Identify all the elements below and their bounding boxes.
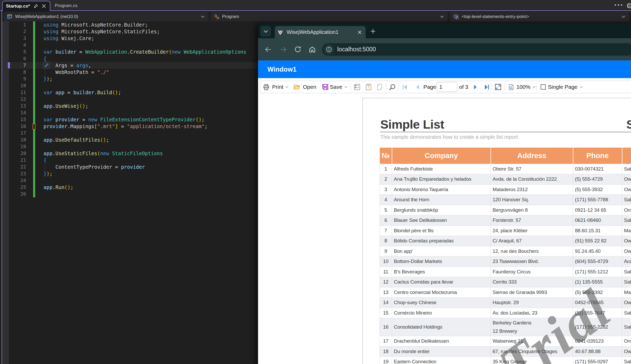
save-button[interactable]: Save [322,84,348,90]
next-page-button[interactable] [472,84,478,90]
code-line[interactable]: }); [44,170,246,177]
code-line[interactable] [44,143,246,150]
code-text[interactable]: using Microsoft.AspNetCore.Builder;using… [44,21,246,197]
fullscreen-button[interactable] [494,83,502,91]
gear-icon[interactable] [625,2,631,10]
vs-tab-strip [0,0,631,10]
forward-icon[interactable] [279,46,287,53]
tab-search-button[interactable] [260,26,271,37]
print-button[interactable]: Print [263,84,289,91]
search-button[interactable] [389,83,396,91]
table-cell: 0621-08460 [573,215,622,226]
view-mode-button[interactable]: Single Page [540,84,583,90]
unsaved-change-marker [33,123,35,130]
home-icon[interactable] [308,46,316,53]
last-page-button[interactable] [483,84,490,90]
overflow-ellipsis-icon[interactable] [614,4,623,6]
table-cell: Comércio Mineiro [392,308,491,318]
browser-tab[interactable]: WisejWebApplication1 [275,26,366,38]
parameters-button[interactable]: ? [365,83,372,91]
prev-page-button[interactable] [415,84,421,90]
table-cell: Fauntleroy Circus [491,267,573,277]
table-cell: Bólido Comidas preparadas [392,236,491,246]
code-line[interactable] [44,109,246,116]
table-cell: 17 [380,336,392,347]
table-row: 11B's BeveragesFauntleroy Circus(171) 55… [380,267,631,277]
table-row: 5Berglunds snabbköpBerguvsvägen 80921-12… [380,205,631,215]
page-number-input[interactable] [437,82,457,92]
table-cell: 16 [380,318,392,336]
pin-icon[interactable] [34,4,38,8]
table-cell: Centro comercial Moctezuma [392,287,491,298]
table-cell: Bottom-Dollar Markets [392,256,491,267]
svg-text:?: ? [367,85,370,89]
code-line[interactable]: WebRootPath = "./" [44,69,246,76]
project-icon [7,14,13,20]
new-tab-button[interactable] [370,28,376,35]
table-cell: Sales Representative [622,164,631,174]
code-line[interactable]: Args = args, [44,62,246,69]
table-cell: 19 [380,357,392,364]
table-cell: 12 [380,277,392,287]
code-line[interactable] [44,96,246,103]
table-cell: Berglunds snabbköp [392,205,491,215]
project-dropdown[interactable]: WisejWebApplication1 (net10.0) [4,12,209,21]
quick-actions-button[interactable] [43,61,50,69]
bookmarks-button[interactable] [353,83,361,91]
code-line[interactable]: { [44,55,246,62]
code-line[interactable]: using Microsoft.AspNetCore.StaticFiles; [44,28,246,35]
code-line[interactable] [44,177,246,184]
title-rule [380,132,631,132]
vs-tab-startup[interactable]: Startup.cs* [2,1,50,11]
table-cell: Forsterstr. 57 [491,215,573,226]
vs-tab-program[interactable]: Program.cs [51,1,81,10]
table-row: 8Bólido Comidas preparadasC/ Araquil, 67… [380,236,631,246]
table-cell: Sales Representative [622,318,631,336]
type-dropdown[interactable]: Program [211,12,448,21]
table-cell: Sales Representative [622,215,631,226]
table-cell: Cerrito 333 [491,277,573,287]
window1-titlebar[interactable]: Window1 [258,60,631,78]
code-line[interactable] [44,82,246,89]
code-line[interactable]: using Microsoft.AspNetCore.Builder; [44,21,246,28]
code-line[interactable]: provider.Mappings[".mrt"] = "application… [44,123,246,130]
table-cell: Avda. de la Constitución 2222 [491,174,573,185]
tab-close-icon[interactable] [357,30,362,35]
reload-icon[interactable] [294,46,302,53]
table-cell: 9 [380,246,392,256]
browser-tab-title: WisejWebApplication1 [287,29,357,35]
code-line[interactable] [44,130,246,136]
table-cell: (5) 555-3932 [573,184,622,195]
address-bar[interactable]: localhost:5000 [322,43,631,56]
report-toolbar: Print Open Save ? [260,81,631,93]
code-line[interactable] [44,42,246,48]
code-line[interactable]: using Wisej.Core; [44,35,246,42]
open-label: Open [303,84,316,90]
code-line[interactable]: app.UseDefaultFiles(); [44,136,246,143]
back-icon[interactable] [264,46,272,53]
site-info-icon[interactable] [324,45,334,54]
code-line[interactable]: }); [44,76,246,82]
code-line[interactable]: var builder = WebApplication.CreateBuild… [44,48,246,55]
code-line[interactable]: { [44,157,246,164]
member-dropdown-label: <top-level-statements-entry-point> [462,14,529,19]
table-cell: (91) 555 22 82 [573,236,622,246]
copy-page-button[interactable] [376,83,383,91]
code-line[interactable]: app.UseWisej(); [44,103,246,109]
member-dropdown[interactable]: <top-level-statements-entry-point> [450,12,629,21]
open-button[interactable]: Open [293,83,316,91]
table-cell: 11 [380,267,392,277]
close-icon[interactable] [42,4,46,8]
code-line[interactable]: app.UseStaticFiles(new StaticFileOptions [44,150,246,157]
first-page-button[interactable] [402,84,408,90]
code-line[interactable] [44,191,246,197]
code-line[interactable]: ContentTypeProvider = provider [44,164,246,170]
table-cell: 120 Hanover Sq. [491,195,573,205]
code-line[interactable]: app.Run(); [44,184,246,191]
page-zoom-icon[interactable] [508,84,515,91]
current-line-marker [8,62,10,68]
chevron-down-icon [621,15,626,18]
code-line[interactable]: var app = builder.Build(); [44,89,246,96]
table-cell: Sales Associate [622,308,631,318]
code-line[interactable]: var provider = new FileExtensionContentT… [44,116,246,123]
